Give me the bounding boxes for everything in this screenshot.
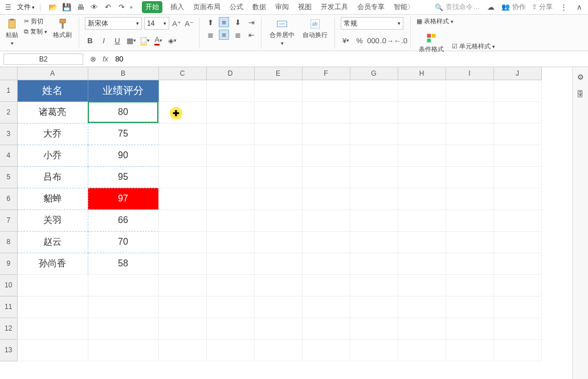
undo-icon[interactable]: ↶ bbox=[103, 2, 113, 13]
tab-9[interactable]: 智能〉 bbox=[393, 1, 415, 13]
cell[interactable] bbox=[254, 339, 302, 361]
cell[interactable] bbox=[493, 101, 541, 123]
col-header[interactable]: I bbox=[446, 67, 493, 80]
row-header[interactable]: 12 bbox=[0, 318, 17, 339]
cell[interactable] bbox=[302, 209, 350, 231]
cell[interactable] bbox=[158, 339, 206, 361]
cell[interactable] bbox=[158, 274, 206, 296]
cell[interactable] bbox=[206, 101, 254, 123]
cell[interactable] bbox=[158, 253, 206, 274]
cell[interactable]: 孙尚香 bbox=[17, 253, 88, 274]
cell[interactable] bbox=[446, 101, 493, 123]
cell[interactable] bbox=[350, 80, 398, 101]
cell[interactable] bbox=[493, 296, 541, 318]
cell[interactable] bbox=[254, 166, 302, 188]
decrease-font-icon[interactable]: A⁻ bbox=[184, 18, 194, 28]
indent-dec-icon[interactable]: ⇤ bbox=[246, 30, 256, 40]
cell[interactable] bbox=[302, 274, 350, 296]
cell[interactable] bbox=[350, 318, 398, 339]
cell[interactable] bbox=[350, 123, 398, 145]
cell[interactable] bbox=[350, 231, 398, 253]
cell[interactable]: 75 bbox=[88, 123, 158, 145]
cell[interactable] bbox=[350, 253, 398, 274]
row-header[interactable]: 5 bbox=[0, 166, 17, 188]
cell[interactable] bbox=[158, 296, 206, 318]
cell[interactable] bbox=[158, 101, 206, 123]
tab-6[interactable]: 视图 bbox=[297, 1, 313, 13]
col-header[interactable]: D bbox=[206, 67, 254, 80]
command-search[interactable]: 🔍查找命令… bbox=[435, 2, 480, 12]
border-button[interactable]: ▦▾ bbox=[126, 35, 136, 46]
align-middle-icon[interactable]: ≡ bbox=[219, 17, 229, 27]
cell[interactable] bbox=[446, 188, 493, 209]
cell[interactable] bbox=[206, 80, 254, 101]
cell[interactable] bbox=[88, 274, 158, 296]
cell[interactable]: 业绩评分 bbox=[88, 80, 158, 101]
cell[interactable] bbox=[88, 318, 158, 339]
align-left-icon[interactable]: ≣ bbox=[205, 30, 215, 40]
print-icon[interactable]: 🖶 bbox=[75, 2, 85, 13]
cell[interactable] bbox=[302, 80, 350, 101]
row-header[interactable]: 10 bbox=[0, 274, 17, 296]
qat-dropdown-icon[interactable]: ▾ bbox=[130, 5, 133, 10]
col-header[interactable]: A bbox=[17, 67, 88, 80]
merge-center-button[interactable]: 合并居中▾ bbox=[267, 17, 297, 47]
cell[interactable] bbox=[158, 231, 206, 253]
cell[interactable] bbox=[254, 209, 302, 231]
cell[interactable] bbox=[493, 209, 541, 231]
col-header[interactable]: G bbox=[350, 67, 398, 80]
cell[interactable] bbox=[398, 274, 446, 296]
cell[interactable] bbox=[398, 188, 446, 209]
cell[interactable] bbox=[158, 318, 206, 339]
cell[interactable] bbox=[17, 339, 88, 361]
row-header[interactable]: 8 bbox=[0, 231, 17, 253]
cell[interactable] bbox=[206, 209, 254, 231]
cell[interactable] bbox=[254, 145, 302, 166]
cell[interactable] bbox=[398, 231, 446, 253]
paste-button[interactable]: 粘贴▾ bbox=[3, 17, 21, 47]
cell[interactable] bbox=[254, 253, 302, 274]
cell[interactable] bbox=[493, 80, 541, 101]
row-header[interactable]: 11 bbox=[0, 296, 17, 318]
table-style-button[interactable]: ▦表格样式▾ bbox=[416, 17, 454, 26]
expand-icon[interactable]: ∧ bbox=[574, 2, 585, 13]
italic-button[interactable]: I bbox=[99, 35, 109, 46]
cell[interactable] bbox=[446, 123, 493, 145]
cell[interactable] bbox=[398, 123, 446, 145]
row-header[interactable]: 4 bbox=[0, 145, 17, 166]
cell[interactable]: 70 bbox=[88, 231, 158, 253]
cell[interactable] bbox=[350, 101, 398, 123]
formula-input[interactable] bbox=[113, 53, 585, 65]
cell[interactable] bbox=[302, 318, 350, 339]
cell[interactable]: 貂蝉 bbox=[17, 188, 88, 209]
name-box[interactable]: B2 bbox=[3, 53, 83, 65]
share-button[interactable]: ⇪ 分享 bbox=[532, 2, 553, 12]
cell[interactable]: 吕布 bbox=[17, 166, 88, 188]
col-header[interactable]: H bbox=[398, 67, 446, 80]
format-painter-button[interactable]: 格式刷 bbox=[51, 17, 74, 40]
cell[interactable] bbox=[350, 274, 398, 296]
cell[interactable] bbox=[350, 145, 398, 166]
align-center-icon[interactable]: ≡ bbox=[219, 30, 229, 40]
cell[interactable] bbox=[158, 123, 206, 145]
cell[interactable]: 97 bbox=[88, 188, 158, 209]
cell[interactable] bbox=[206, 318, 254, 339]
row-header[interactable]: 9 bbox=[0, 253, 17, 274]
cell[interactable] bbox=[350, 166, 398, 188]
percent-icon[interactable]: % bbox=[354, 35, 365, 46]
font-size-select[interactable]: 14▾ bbox=[144, 17, 169, 30]
cell[interactable] bbox=[254, 231, 302, 253]
cell[interactable] bbox=[398, 209, 446, 231]
tab-7[interactable]: 开发工具 bbox=[320, 1, 349, 13]
preview-icon[interactable]: 👁 bbox=[89, 2, 99, 13]
align-top-icon[interactable]: ⬆ bbox=[205, 17, 215, 27]
cell[interactable] bbox=[350, 339, 398, 361]
cell[interactable] bbox=[302, 231, 350, 253]
cell[interactable] bbox=[206, 231, 254, 253]
cell[interactable] bbox=[493, 339, 541, 361]
tab-4[interactable]: 数据 bbox=[251, 1, 267, 13]
cell[interactable] bbox=[302, 123, 350, 145]
cell[interactable] bbox=[254, 188, 302, 209]
cell[interactable] bbox=[493, 318, 541, 339]
cell[interactable] bbox=[158, 209, 206, 231]
